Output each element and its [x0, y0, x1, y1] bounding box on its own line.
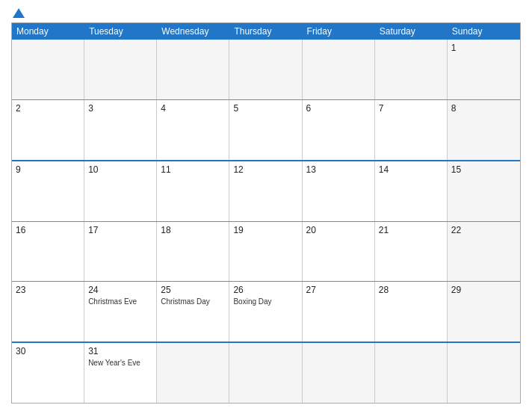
day-number: 4 [161, 103, 225, 114]
calendar: MondayTuesdayWednesdayThursdayFridaySatu… [11, 22, 521, 404]
day-number: 26 [233, 285, 297, 295]
day-cell: 1 [448, 40, 520, 99]
day-cell: 2 [12, 100, 84, 160]
day-cell: 22 [448, 222, 520, 282]
logo [11, 7, 28, 18]
day-number: 13 [306, 164, 371, 175]
day-number: 1 [451, 43, 516, 53]
day-cell [303, 343, 375, 403]
day-number: 20 [306, 225, 371, 235]
day-number: 25 [161, 285, 225, 295]
day-number: 11 [161, 164, 225, 175]
day-cell: 17 [84, 222, 157, 282]
day-cell: 28 [375, 282, 448, 342]
day-event: Christmas Eve [88, 297, 152, 306]
day-number: 18 [161, 225, 225, 235]
day-cell: 25Christmas Day [157, 282, 229, 342]
day-number: 21 [379, 225, 443, 235]
day-cell [448, 343, 520, 403]
day-cell [157, 343, 229, 403]
day-cell: 13 [303, 161, 375, 221]
calendar-header [11, 7, 521, 18]
day-cell: 20 [303, 222, 375, 282]
day-cell: 29 [448, 282, 520, 342]
day-event: Christmas Day [161, 297, 225, 306]
day-cell [12, 40, 84, 99]
week-row-5: 2324Christmas Eve25Christmas Day26Boxing… [12, 281, 520, 342]
day-header-saturday: Saturday [375, 23, 448, 40]
day-number: 16 [16, 225, 80, 235]
day-event: Boxing Day [233, 297, 297, 306]
day-cell: 7 [375, 100, 448, 160]
week-row-4: 16171819202122 [12, 221, 520, 282]
day-cell: 12 [229, 161, 302, 221]
day-number: 14 [379, 164, 443, 175]
day-cell: 14 [375, 161, 448, 221]
day-cell: 8 [448, 100, 520, 160]
day-headers-row: MondayTuesdayWednesdayThursdayFridaySatu… [12, 23, 520, 40]
day-cell: 3 [84, 100, 157, 160]
day-event: New Year's Eve [88, 358, 152, 368]
day-cell: 9 [12, 161, 84, 221]
day-cell: 24Christmas Eve [84, 282, 157, 342]
day-number: 12 [233, 164, 297, 175]
day-number: 10 [88, 164, 152, 175]
day-number: 8 [451, 103, 516, 114]
day-cell: 31New Year's Eve [84, 343, 157, 403]
weeks-container: 123456789101112131415161718192021222324C… [12, 40, 520, 403]
day-cell: 16 [12, 222, 84, 282]
day-number: 9 [16, 164, 80, 175]
day-cell: 4 [157, 100, 229, 160]
day-header-thursday: Thursday [229, 23, 302, 40]
day-number: 30 [16, 346, 80, 356]
day-cell: 18 [157, 222, 229, 282]
day-number: 5 [233, 103, 297, 114]
day-number: 7 [379, 103, 443, 114]
day-number: 31 [88, 346, 152, 356]
day-number: 15 [451, 164, 516, 175]
day-cell: 11 [157, 161, 229, 221]
day-cell: 15 [448, 161, 520, 221]
day-cell: 10 [84, 161, 157, 221]
week-row-1: 1 [12, 40, 520, 99]
day-cell: 30 [12, 343, 84, 403]
day-cell [157, 40, 229, 99]
week-row-6: 3031New Year's Eve [12, 342, 520, 403]
day-header-sunday: Sunday [448, 23, 520, 40]
day-number: 23 [16, 285, 80, 295]
day-number: 3 [88, 103, 152, 114]
day-header-tuesday: Tuesday [84, 23, 157, 40]
day-number: 6 [306, 103, 371, 114]
day-cell: 23 [12, 282, 84, 342]
day-number: 19 [233, 225, 297, 235]
day-number: 17 [88, 225, 152, 235]
day-cell [375, 343, 448, 403]
logo-triangle-icon [13, 8, 25, 18]
week-row-3: 9101112131415 [12, 160, 520, 221]
day-cell: 21 [375, 222, 448, 282]
day-cell [229, 40, 302, 99]
day-cell: 27 [303, 282, 375, 342]
day-number: 29 [451, 285, 516, 295]
day-header-monday: Monday [12, 23, 84, 40]
day-number: 2 [16, 103, 80, 114]
day-cell [375, 40, 448, 99]
day-cell [84, 40, 157, 99]
day-number: 24 [88, 285, 152, 295]
day-number: 28 [379, 285, 443, 295]
day-cell: 6 [303, 100, 375, 160]
day-number: 27 [306, 285, 371, 295]
day-cell [303, 40, 375, 99]
day-cell: 5 [229, 100, 302, 160]
day-number: 22 [451, 225, 516, 235]
week-row-2: 2345678 [12, 99, 520, 160]
day-header-friday: Friday [303, 23, 375, 40]
day-cell: 19 [229, 222, 302, 282]
day-header-wednesday: Wednesday [157, 23, 229, 40]
day-cell: 26Boxing Day [229, 282, 302, 342]
day-cell [229, 343, 302, 403]
